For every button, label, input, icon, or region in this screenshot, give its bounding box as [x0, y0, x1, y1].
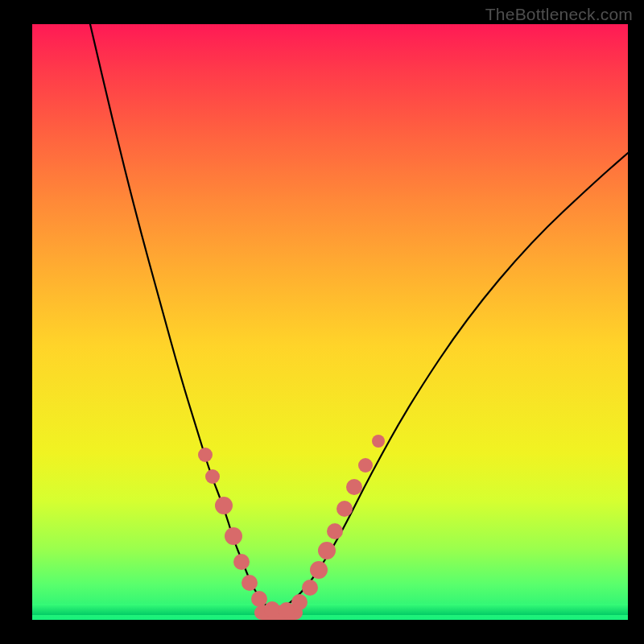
plot-area: [32, 24, 628, 620]
data-marker: [327, 523, 343, 539]
data-marker: [372, 435, 385, 448]
data-marker: [264, 601, 280, 617]
data-marker: [310, 561, 328, 579]
data-markers: [198, 435, 385, 620]
data-marker: [225, 527, 242, 545]
chart-frame: TheBottleneck.com: [0, 0, 644, 644]
data-marker: [358, 458, 373, 473]
data-marker: [233, 554, 250, 570]
data-marker: [318, 542, 336, 559]
data-marker: [302, 580, 318, 596]
curve-overlay: [32, 24, 628, 620]
data-marker: [291, 594, 308, 610]
data-marker: [346, 479, 362, 495]
data-marker: [242, 575, 258, 591]
left-curve: [90, 24, 274, 612]
watermark-text: TheBottleneck.com: [485, 5, 633, 24]
data-marker: [336, 501, 353, 517]
data-marker: [198, 448, 213, 462]
data-marker: [215, 497, 233, 514]
data-marker: [251, 591, 267, 607]
data-marker: [205, 469, 220, 484]
